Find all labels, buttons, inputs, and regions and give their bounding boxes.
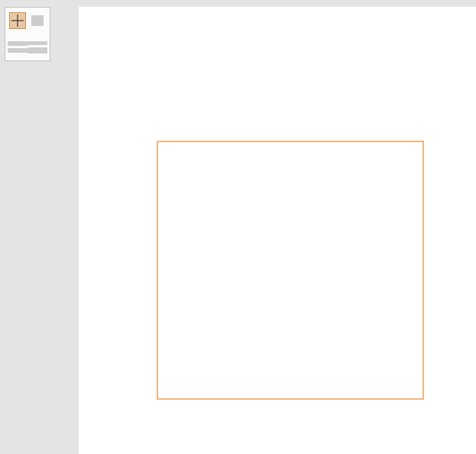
canvas[interactable] — [79, 7, 476, 454]
selection-rect[interactable] — [157, 141, 424, 400]
toolbox-row-2 — [5, 34, 50, 61]
layout-inline-icon — [8, 41, 28, 54]
toolbox — [5, 7, 50, 61]
crosshair-icon — [11, 15, 24, 27]
layout-block-icon — [28, 41, 47, 54]
layout-block-tool[interactable] — [28, 41, 47, 54]
crosshair-tool[interactable] — [9, 12, 26, 29]
rectangle-tool[interactable] — [29, 12, 46, 29]
rectangle-icon — [31, 15, 44, 26]
layout-inline-tool[interactable] — [8, 41, 28, 54]
toolbox-row-1 — [5, 8, 50, 34]
